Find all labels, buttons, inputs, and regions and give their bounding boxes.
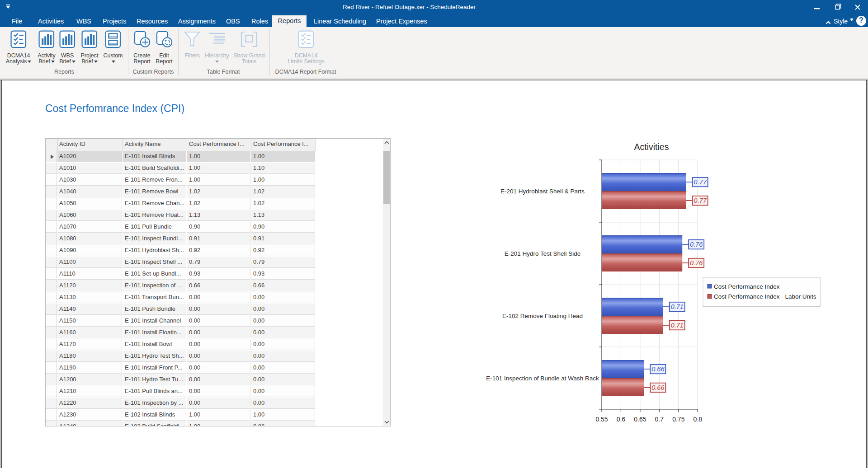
svg-text:0.71: 0.71 [671, 303, 684, 310]
svg-text:E-201 Hydro Test Shell Side: E-201 Hydro Test Shell Side [505, 250, 581, 257]
svg-text:0.55: 0.55 [595, 416, 608, 423]
svg-text:E-201 Hydroblast Shell & Parts: E-201 Hydroblast Shell & Parts [500, 188, 585, 195]
svg-text:Cost Performance Index: Cost Performance Index [714, 283, 780, 290]
svg-text:0.76: 0.76 [690, 259, 703, 267]
svg-text:0.77: 0.77 [694, 178, 707, 186]
svg-text:E-101 Inspection of Bundle at: E-101 Inspection of Bundle at Wash Rack [486, 375, 599, 382]
svg-text:0.8: 0.8 [693, 416, 702, 423]
svg-text:0.77: 0.77 [694, 197, 707, 204]
svg-text:0.75: 0.75 [672, 416, 684, 423]
svg-text:0.71: 0.71 [671, 322, 684, 329]
svg-text:Cost Performance Index - Labor: Cost Performance Index - Labor Units [714, 293, 816, 300]
svg-text:E-102 Remove Floating Head: E-102 Remove Floating Head [502, 313, 583, 319]
svg-text:Activities: Activities [634, 142, 669, 152]
svg-text:0.76: 0.76 [690, 241, 703, 248]
svg-text:0.66: 0.66 [651, 365, 665, 373]
svg-text:0.66: 0.66 [651, 384, 665, 391]
svg-text:0.6: 0.6 [617, 416, 626, 423]
svg-text:0.7: 0.7 [655, 416, 664, 423]
svg-text:0.65: 0.65 [634, 416, 646, 423]
